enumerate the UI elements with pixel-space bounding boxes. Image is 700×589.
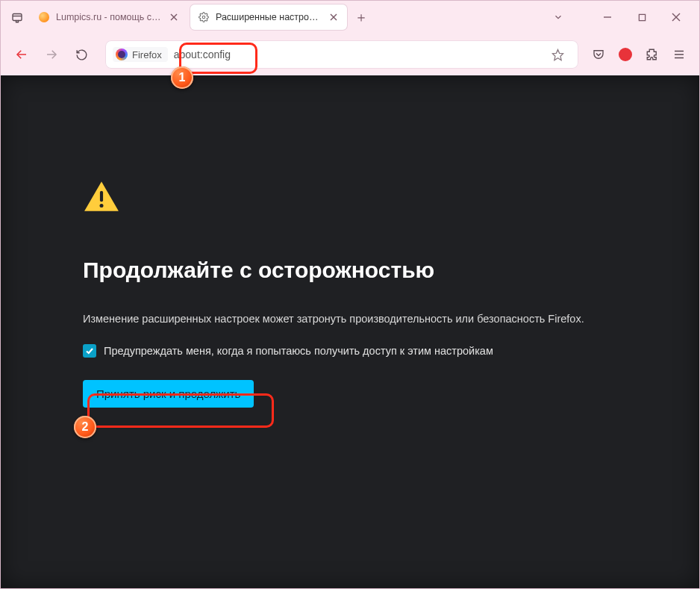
bookmark-star-icon[interactable] [544,41,571,68]
tab-overflow-button[interactable] [7,7,28,28]
svg-marker-13 [552,49,563,60]
vignette-decoration [1,75,699,588]
tabs-dropdown-button[interactable] [541,5,575,29]
close-icon[interactable] [328,11,340,23]
firefox-logo-icon [116,49,128,60]
svg-point-18 [100,204,104,208]
svg-point-4 [202,16,205,19]
new-tab-button[interactable]: ＋ [350,6,372,28]
page-content: Продолжайте с осторожностью Изменение ра… [1,75,699,588]
hamburger-menu-icon[interactable] [666,41,692,68]
page-heading: Продолжайте с осторожностью [83,258,654,283]
checkbox-checked-icon[interactable] [83,344,96,358]
window-controls [541,5,693,29]
reload-button[interactable] [68,41,95,68]
svg-rect-8 [639,14,645,20]
svg-rect-17 [100,191,103,202]
accept-risk-button[interactable]: Принять риск и продолжить [83,380,254,408]
page-description: Изменение расширенных настроек может зат… [83,313,654,325]
tab-about-config[interactable]: Расширенные настройки [190,4,347,30]
navigation-toolbar: Firefox about:config [1,34,699,75]
url-bar[interactable]: Firefox about:config [105,40,578,69]
window-minimize-button[interactable] [590,5,625,29]
forward-button[interactable] [38,41,65,68]
toolbar-right-icons [586,41,692,68]
gear-icon [198,11,210,23]
extensions-icon[interactable] [640,41,665,68]
warning-triangle-icon [83,180,120,213]
close-icon[interactable] [168,11,180,23]
tab-title: Расширенные настройки [216,12,322,22]
firefox-badge-label: Firefox [132,49,162,60]
firefox-badge: Firefox [113,47,168,62]
window-maximize-button[interactable] [625,5,659,29]
back-button[interactable] [8,41,35,68]
tab-lumpics[interactable]: Lumpics.ru - помощь с компьютером [31,4,187,30]
tab-title: Lumpics.ru - помощь с компьютером [56,12,162,22]
browser-window: Lumpics.ru - помощь с компьютером Расшир… [0,0,700,589]
account-icon[interactable] [613,41,638,68]
tab-strip: Lumpics.ru - помощь с компьютером Расшир… [1,1,699,34]
url-text: about:config [174,49,231,60]
pocket-icon[interactable] [586,41,611,68]
warn-checkbox-row[interactable]: Предупреждать меня, когда я попытаюсь по… [83,344,654,358]
checkbox-label: Предупреждать меня, когда я попытаюсь по… [104,345,493,357]
lumpics-favicon-icon [38,11,50,23]
window-close-button[interactable] [659,5,693,29]
svg-rect-0 [13,14,22,21]
